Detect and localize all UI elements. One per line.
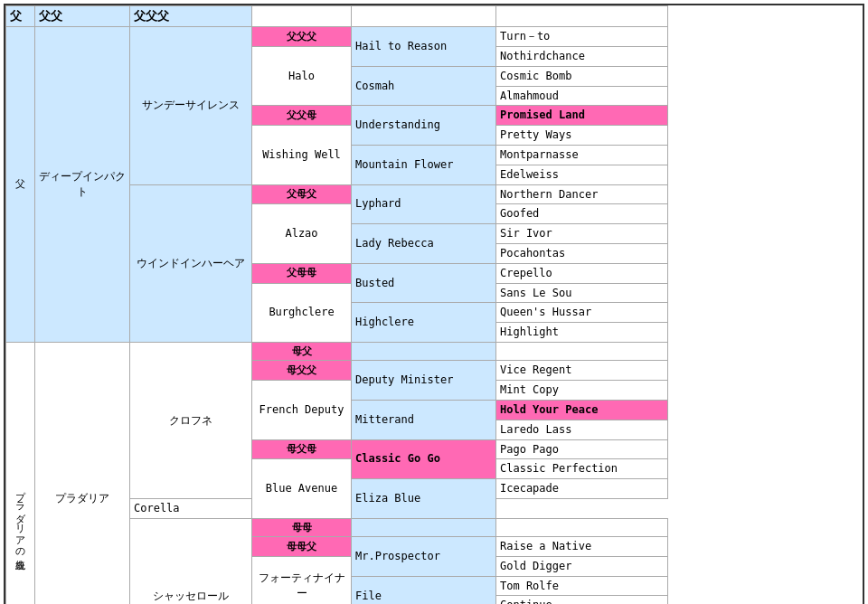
cell-sunday-silence: サンデーサイレンス: [130, 27, 252, 184]
cell-almahmoud: Almahmoud: [496, 86, 668, 106]
cell-sasseroule: シャッセロール: [130, 518, 252, 604]
cell-laredo-lass: Laredo Lass: [496, 420, 668, 439]
cell-raise-a-native: Raise a Native: [496, 537, 668, 557]
table-row: 父 ディープインパクト サンデーサイレンス 父父父 Hail to Reason…: [6, 27, 863, 47]
cell-french-deputy: French Deputy: [252, 381, 352, 439]
cell-queens-hussar: Queen's Hussar: [496, 303, 668, 323]
cell-goofed: Goofed: [496, 204, 668, 224]
cell-tom-rolfe: Tom Rolfe: [496, 576, 668, 596]
cell-turn-to: Turn－to: [496, 27, 668, 47]
cell-forty-niner: フォーティナイナー: [252, 556, 352, 604]
cell-chichihahahaha-label: 父母母: [252, 263, 352, 283]
cell-hahahaha-label: 母母: [252, 518, 352, 536]
cell-chichi: 父: [6, 27, 35, 343]
cell-wind-in-her-hair: ウインドインハーヘア: [130, 184, 252, 342]
cell-hahahahahaha-label: 母父母: [252, 439, 352, 459]
header-col5: [496, 6, 668, 27]
cell-wishing-well: Wishing Well: [252, 126, 352, 184]
cell-busted: Busted: [352, 263, 496, 303]
cell-continue: Continue: [496, 596, 668, 604]
cell-pago-pago: Pago Pago: [496, 439, 668, 459]
cell-icecapade: Icecapade: [496, 479, 668, 499]
header-col0: 父: [6, 6, 35, 27]
cell-halo: Halo: [252, 46, 352, 105]
cell-edelweiss: Edelweiss: [496, 165, 668, 184]
cell-empty1: [496, 342, 668, 360]
cell-blue-avenue: Blue Avenue: [252, 459, 352, 518]
cell-vice-regent: Vice Regent: [496, 361, 668, 381]
table-row: シャッセロール 母母: [6, 518, 863, 536]
header-col2: 父父父: [130, 6, 252, 27]
cell-eliza-blue: Eliza Blue: [352, 479, 496, 519]
cell-sir-ivor: Sir Ivor: [496, 224, 668, 244]
cell-cosmic-bomb: Cosmic Bomb: [496, 66, 668, 86]
cell-hahachichichichi-label: 母父父: [252, 361, 352, 381]
cell-crepello: Crepello: [496, 263, 668, 283]
cell-pradaria: プラダリア: [35, 342, 130, 604]
header-col3: [252, 6, 352, 27]
cell-classic-perfection: Classic Perfection: [496, 459, 668, 479]
cell-kurofu-ne: クロフネ: [130, 342, 252, 498]
cell-corella: Corella: [130, 498, 252, 518]
cell-pradaria-label: プラダリアの血統: [6, 342, 35, 604]
cell-classic-go-go: Classic Go Go: [352, 439, 496, 479]
table-row: ウインドインハーヘア 父母父 Lyphard Northern Dancer: [6, 184, 863, 204]
cell-lyphard: Lyphard: [352, 184, 496, 224]
cell-mountain-flower: Mountain Flower: [352, 145, 496, 184]
cell-hahahahaplaceholder: [352, 518, 496, 536]
cell-highclere: Highclere: [352, 303, 496, 343]
cell-mint-copy: Mint Copy: [496, 381, 668, 401]
cell-nothirdchance: Nothirdchance: [496, 46, 668, 66]
pedigree-table: 父 父父 父父父 父 ディープインパクト サンデーサイレンス 父父父 Hail …: [5, 5, 863, 604]
cell-alzao: Alzao: [252, 204, 352, 263]
cell-chichihaha-label: 父父母: [252, 106, 352, 126]
cell-promised-land: Promised Land: [496, 106, 668, 126]
cell-deep-impact: ディープインパクト: [35, 27, 130, 343]
cell-mr-prospector: Mr.Prospector: [352, 537, 496, 577]
cell-file: File: [352, 576, 496, 604]
cell-empty2: [496, 518, 668, 536]
cell-understanding: Understanding: [352, 106, 496, 146]
cell-deputy-minister: Deputy Minister: [352, 361, 496, 401]
cell-hold-your-peace: Hold Your Peace: [496, 400, 668, 420]
cell-pocahontas: Pocahontas: [496, 243, 668, 263]
cell-hahachichiplaceholder: [352, 342, 496, 360]
cell-montparnasse: Montparnasse: [496, 145, 668, 165]
cell-mitterand: Mitterand: [352, 400, 496, 439]
cell-northern-dancer: Northern Dancer: [496, 184, 668, 204]
cell-hahachichi-label: 母父: [252, 342, 352, 360]
cell-pretty-ways: Pretty Ways: [496, 126, 668, 146]
cell-cosmah: Cosmah: [352, 66, 496, 106]
header-col1: 父父: [35, 6, 130, 27]
table-row: プラダリアの血統 プラダリア クロフネ 母父: [6, 342, 863, 360]
cell-chichihahachichi-label: 父母父: [252, 184, 352, 204]
cell-hail-to-reason: Hail to Reason: [352, 27, 496, 67]
cell-burghclere: Burghclere: [252, 283, 352, 342]
header-col4: [352, 6, 496, 27]
cell-chichichi-label: 父父父: [252, 27, 352, 47]
header-row: 父 父父 父父父: [6, 6, 863, 27]
cell-hahahahachichi-label: 母母父: [252, 537, 352, 557]
cell-lady-rebecca: Lady Rebecca: [352, 224, 496, 264]
cell-highlight: Highlight: [496, 323, 668, 343]
cell-gold-digger: Gold Digger: [496, 556, 668, 576]
cell-sans-le-sou: Sans Le Sou: [496, 283, 668, 303]
pedigree-chart: 父 父父 父父父 父 ディープインパクト サンデーサイレンス 父父父 Hail …: [4, 4, 864, 604]
